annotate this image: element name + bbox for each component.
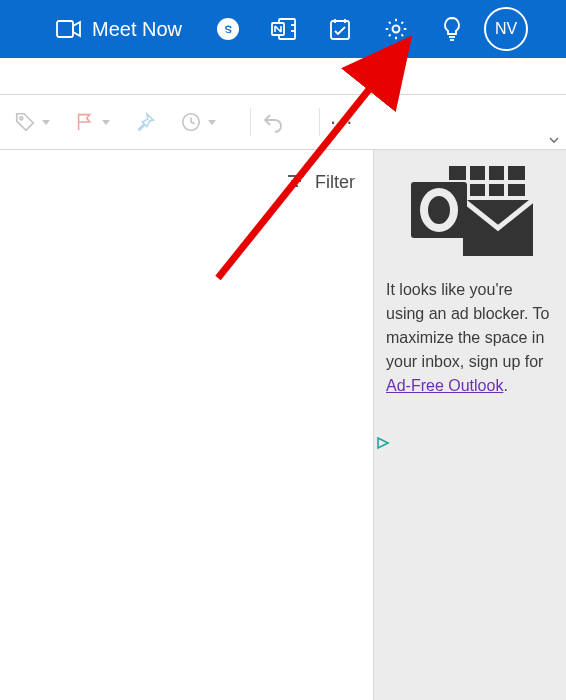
pin-icon: [134, 111, 156, 133]
snooze-button[interactable]: [180, 111, 216, 133]
ad-blocker-message: It looks like you're using an ad blocker…: [386, 278, 554, 398]
svg-point-1: [217, 18, 239, 40]
flag-button[interactable]: [74, 111, 110, 133]
todo-button[interactable]: [312, 0, 368, 58]
adchoices-icon[interactable]: [376, 435, 390, 456]
tips-button[interactable]: [424, 0, 480, 58]
avatar-initials: NV: [495, 20, 517, 38]
outlook-logo: [386, 164, 554, 260]
settings-gear-icon: [383, 16, 409, 42]
tag-icon: [14, 111, 36, 133]
undo-button[interactable]: [261, 111, 285, 133]
filter-icon: [287, 172, 305, 193]
undo-icon: [261, 111, 285, 133]
ad-sidebar: It looks like you're using an ad blocker…: [374, 150, 566, 700]
svg-rect-6: [331, 21, 349, 39]
toolbar-divider: [250, 108, 251, 136]
svg-point-7: [393, 26, 400, 33]
filter-button[interactable]: Filter: [287, 172, 355, 193]
flag-icon: [74, 111, 96, 133]
meet-now-label: Meet Now: [92, 18, 182, 41]
meet-now-button[interactable]: Meet Now: [56, 18, 182, 41]
chevron-down-icon: [42, 120, 50, 125]
settings-button[interactable]: [368, 0, 424, 58]
toolbar-divider: [319, 108, 320, 136]
account-avatar[interactable]: NV: [484, 7, 528, 51]
message-toolbar: ···: [0, 94, 566, 150]
lightbulb-icon: [441, 16, 463, 42]
chevron-down-icon: [102, 120, 110, 125]
onenote-icon: [271, 17, 297, 41]
todo-icon: [328, 17, 352, 41]
main-area: Filter It looks like you: [0, 150, 566, 700]
skype-icon: [216, 17, 240, 41]
expand-ribbon-button[interactable]: [548, 134, 560, 148]
camera-icon: [56, 20, 82, 38]
clock-icon: [180, 111, 202, 133]
svg-point-10: [20, 117, 23, 120]
chevron-down-icon: [208, 120, 216, 125]
pin-button[interactable]: [134, 111, 156, 133]
ad-free-outlook-link[interactable]: Ad-Free Outlook: [386, 377, 503, 394]
onenote-button[interactable]: [256, 0, 312, 58]
filter-label: Filter: [315, 172, 355, 193]
svg-rect-0: [57, 21, 73, 37]
more-actions-button[interactable]: ···: [330, 109, 354, 135]
message-list-pane: Filter: [0, 150, 374, 700]
tag-button[interactable]: [14, 111, 50, 133]
skype-button[interactable]: [200, 0, 256, 58]
app-header: Meet Now: [0, 0, 566, 58]
